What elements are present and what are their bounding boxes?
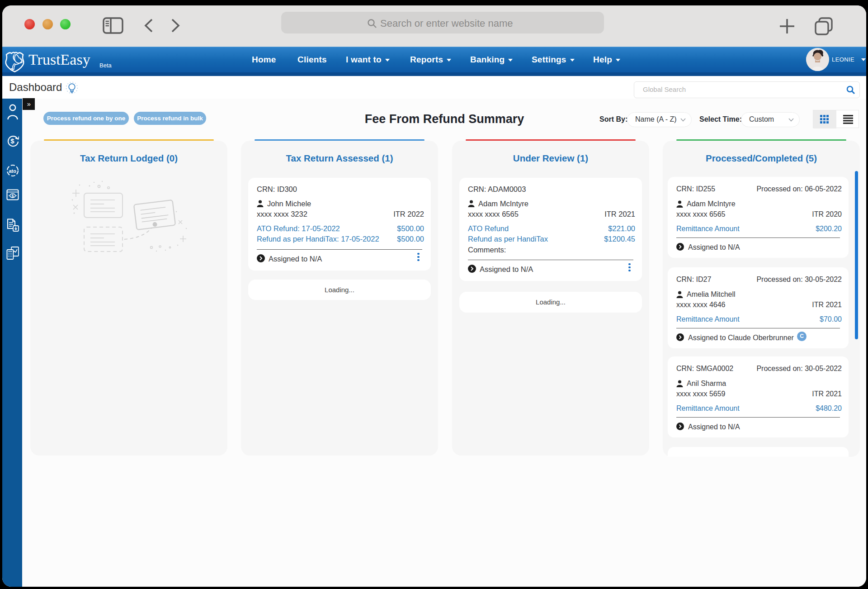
svg-text:ato: ato bbox=[9, 168, 17, 174]
svg-text:$: $ bbox=[10, 137, 14, 145]
svg-text:$: $ bbox=[12, 194, 14, 198]
